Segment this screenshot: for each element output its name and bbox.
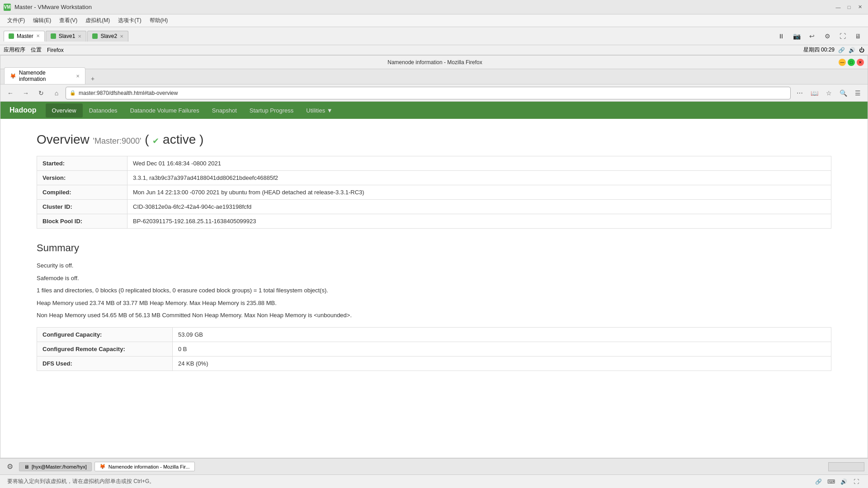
reader-mode-btn[interactable]: 📖: [808, 87, 821, 99]
status-bar-right: 星期四 00:29 🔗 🔊 ⏻: [803, 46, 864, 54]
vm-tab-slave1[interactable]: Slave1 ✕: [46, 31, 87, 42]
table-row: Configured Remote Capacity: 0 B: [37, 342, 831, 356]
home-button[interactable]: ⌂: [50, 87, 63, 99]
places-menu[interactable]: 位置: [31, 46, 42, 54]
active-checkmark: ✔: [152, 136, 159, 145]
table-row: DFS Used: 24 KB (0%): [37, 356, 831, 371]
info-val-cluster-id: CID-30812e0a-6fc2-42a4-904c-ae193198fcfd: [127, 200, 831, 214]
settings-button[interactable]: ⚙: [821, 30, 834, 42]
firefox-menu[interactable]: Firefox: [47, 47, 64, 53]
vm-tab-close-slave2[interactable]: ✕: [120, 34, 123, 39]
pause-button[interactable]: ⏸: [775, 30, 788, 42]
host-badge: 'Master:9000': [93, 136, 141, 145]
fullscreen-button[interactable]: ⛶: [836, 30, 849, 42]
keyboard-status-icon: ⌨: [826, 477, 835, 486]
back-button[interactable]: ←: [4, 87, 17, 99]
firefox-tab-namenode[interactable]: 🦊 Namenode information ✕: [4, 67, 85, 84]
forward-button[interactable]: →: [19, 87, 32, 99]
firefox-close[interactable]: ✕: [857, 59, 864, 66]
page-title: Overview 'Master:9000' ( ✔ active ): [37, 132, 831, 147]
network-icon: 🔗: [838, 47, 845, 53]
vmware-icon: VM: [4, 4, 11, 11]
nav-overview[interactable]: Overview: [46, 103, 83, 117]
firefox-minimize[interactable]: —: [839, 59, 846, 66]
status-right: 🔗 ⌨ 🔊 ⛶: [814, 477, 861, 486]
table-row: Cluster ID: CID-30812e0a-6fc2-42a4-904c-…: [37, 200, 831, 214]
close-button[interactable]: ✕: [855, 3, 864, 12]
vm-tab-close-slave1[interactable]: ✕: [78, 34, 81, 39]
firefox-window: Namenode information - Mozilla Firefox —…: [0, 55, 868, 458]
info-key-version: Version:: [37, 171, 127, 185]
firefox-titlebar: Namenode information - Mozilla Firefox —…: [0, 56, 868, 69]
summary-table: Configured Capacity: 53.09 GB Configured…: [37, 327, 831, 371]
summary-key-dfs-used: DFS Used:: [37, 356, 173, 371]
minimize-button[interactable]: —: [834, 3, 843, 12]
nav-snapshot[interactable]: Snapshot: [206, 103, 243, 117]
vm-icon-slave1: [51, 33, 56, 39]
restore-button[interactable]: ↩: [806, 30, 818, 42]
bookmark-btn[interactable]: ☆: [822, 87, 835, 99]
firefox-taskbar-icon: 🦊: [99, 464, 106, 469]
firefox-tab-close[interactable]: ✕: [76, 74, 80, 79]
summary-line-2: Safemode is off.: [37, 274, 831, 283]
taskbar-item-firefox[interactable]: 🦊 Namenode information - Mozilla Fir...: [94, 462, 195, 471]
url-bar[interactable]: 🔒 master:9870/dfshealth.html#tab-overvie…: [66, 87, 791, 99]
apps-menu[interactable]: 应用程序: [4, 46, 25, 54]
zoom-btn[interactable]: 🔍: [837, 87, 849, 99]
vmware-menubar: 文件(F) 编辑(E) 查看(V) 虚拟机(M) 选项卡(T) 帮助(H): [0, 14, 868, 27]
status-bar-bottom: 要将输入定向到该虚拟机，请在虚拟机内部单击或按 Ctrl+G。 🔗 ⌨ 🔊 ⛶: [0, 474, 868, 488]
summary-line-3: 1 files and directories, 0 blocks (0 rep…: [37, 286, 831, 295]
summary-val-configured-capacity: 53.09 GB: [173, 327, 831, 342]
sound-icon: 🔊: [849, 47, 855, 53]
menu-edit[interactable]: 编辑(E): [29, 16, 55, 25]
volume-status-icon: 🔊: [839, 477, 848, 486]
new-tab-button[interactable]: +: [87, 73, 98, 84]
menu-file[interactable]: 文件(F): [4, 16, 28, 25]
maximize-button[interactable]: □: [844, 3, 854, 12]
table-row: Block Pool ID: BP-620391175-192.168.25.1…: [37, 214, 831, 229]
menu-tabs[interactable]: 选项卡(T): [114, 16, 145, 25]
display-button[interactable]: 🖥: [852, 30, 864, 42]
firefox-nav-right: ⋯ 📖 ☆ 🔍 ☰: [793, 87, 864, 99]
vm-tab-master[interactable]: Master ✕: [4, 31, 45, 42]
snapshot-button[interactable]: 📷: [790, 30, 803, 42]
summary-line-1: Security is off.: [37, 261, 831, 270]
vmware-titlebar: VM Master - VMware Workstation — □ ✕: [0, 0, 868, 14]
info-val-started: Wed Dec 01 16:48:34 -0800 2021: [127, 156, 831, 171]
taskbar-settings-btn[interactable]: ⚙: [4, 460, 16, 473]
table-row: Configured Capacity: 53.09 GB: [37, 327, 831, 342]
taskbar-left: ⚙ 🖥 [hyx@Master:/home/hyx] 🦊 Namenode in…: [4, 460, 195, 473]
info-val-block-pool: BP-620391175-192.168.25.11-1638405099923: [127, 214, 831, 229]
status-bar-left: 应用程序 位置 Firefox: [4, 46, 64, 54]
nav-datanode-volume-failures[interactable]: Datanode Volume Failures: [124, 103, 206, 117]
menu-help[interactable]: 帮助(H): [146, 16, 172, 25]
vm-tab-slave2[interactable]: Slave2 ✕: [87, 31, 128, 42]
summary-line-4: Heap Memory used 23.74 MB of 33.77 MB He…: [37, 299, 831, 308]
taskbar-preview: [828, 462, 864, 471]
url-text: master:9870/dfshealth.html#tab-overview: [79, 90, 178, 96]
power-icon: ⏻: [859, 47, 864, 53]
firefox-menu-btn[interactable]: ⋯: [793, 87, 806, 99]
nav-utilities[interactable]: Utilities ▼: [300, 103, 339, 117]
hadoop-nav: Hadoop Overview Datanodes Datanode Volum…: [0, 102, 868, 119]
menu-view[interactable]: 查看(V): [56, 16, 81, 25]
hamburger-menu[interactable]: ☰: [851, 87, 864, 99]
datetime-display: 星期四 00:29: [803, 46, 835, 54]
vm-icon-master: [9, 33, 14, 39]
taskbar-item-terminal[interactable]: 🖥 [hyx@Master:/home/hyx]: [19, 462, 92, 471]
vmware-toolbar: Master ✕ Slave1 ✕ Slave2 ✕ ⏸ 📷 ↩ ⚙ ⛶ 🖥: [0, 27, 868, 45]
window-controls: — □ ✕: [834, 3, 864, 12]
info-key-compiled: Compiled:: [37, 185, 127, 200]
reload-button[interactable]: ↻: [35, 87, 47, 99]
firefox-maximize[interactable]: □: [848, 59, 855, 66]
vm-tab-close-master[interactable]: ✕: [36, 33, 40, 38]
menu-vm[interactable]: 虚拟机(M): [82, 16, 113, 25]
info-table: Started: Wed Dec 01 16:48:34 -0800 2021 …: [37, 156, 831, 229]
nav-datanodes[interactable]: Datanodes: [83, 103, 124, 117]
terminal-icon: 🖥: [24, 464, 29, 469]
info-val-compiled: Mon Jun 14 22:13:00 -0700 2021 by ubuntu…: [127, 185, 831, 200]
info-val-version: 3.3.1, ra3b9c37a397ad4188041dd80621bdeef…: [127, 171, 831, 185]
nav-startup-progress[interactable]: Startup Progress: [243, 103, 300, 117]
table-row: Compiled: Mon Jun 14 22:13:00 -0700 2021…: [37, 185, 831, 200]
status-message: 要将输入定向到该虚拟机，请在虚拟机内部单击或按 Ctrl+G。: [7, 478, 155, 485]
